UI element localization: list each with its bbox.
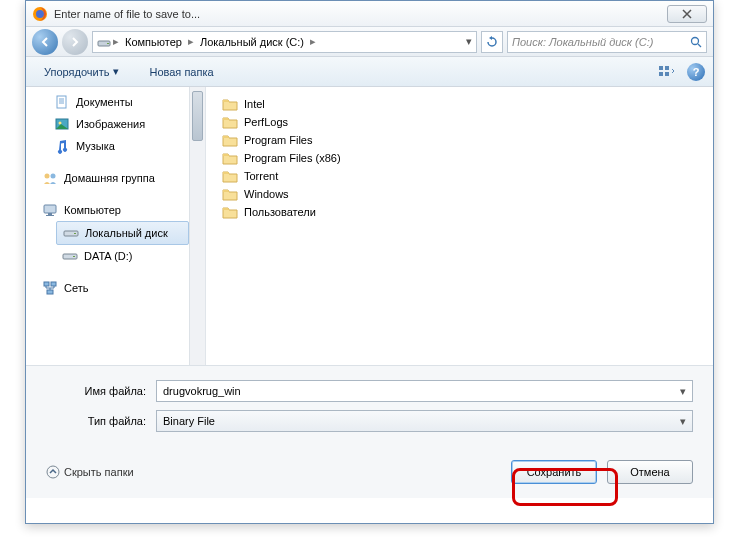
folder-icon bbox=[222, 97, 238, 111]
body: Документы Изображения Музыка Домашняя гр… bbox=[26, 87, 713, 365]
folder-icon bbox=[222, 133, 238, 147]
svg-line-5 bbox=[698, 44, 701, 47]
list-item[interactable]: Intel bbox=[222, 95, 697, 113]
footer: Скрыть папки Сохранить Отмена bbox=[26, 450, 713, 498]
filename-label: Имя файла: bbox=[46, 385, 156, 397]
refresh-button[interactable] bbox=[481, 31, 503, 53]
folder-icon bbox=[222, 151, 238, 165]
toolbar: Упорядочить ▾ Новая папка ? bbox=[26, 57, 713, 87]
chevron-up-icon bbox=[46, 465, 60, 479]
computer-icon bbox=[42, 202, 58, 218]
svg-rect-24 bbox=[73, 256, 75, 257]
new-folder-button[interactable]: Новая папка bbox=[139, 63, 223, 81]
search-input[interactable]: Поиск: Локальный диск (C:) bbox=[507, 31, 707, 53]
folder-icon bbox=[222, 169, 238, 183]
sidebar-item-pictures[interactable]: Изображения bbox=[26, 113, 205, 135]
documents-icon bbox=[54, 94, 70, 110]
folder-icon bbox=[222, 205, 238, 219]
svg-rect-10 bbox=[57, 96, 66, 108]
chevron-icon: ▸ bbox=[113, 35, 119, 48]
back-button[interactable] bbox=[32, 29, 58, 55]
folder-icon bbox=[222, 187, 238, 201]
list-item[interactable]: Windows bbox=[222, 185, 697, 203]
svg-rect-22 bbox=[74, 233, 76, 234]
sidebar-item-drive-c[interactable]: Локальный диск bbox=[56, 221, 189, 245]
dropdown-icon[interactable]: ▾ bbox=[466, 35, 472, 48]
save-button[interactable]: Сохранить bbox=[511, 460, 597, 484]
list-item[interactable]: Program Files bbox=[222, 131, 697, 149]
svg-rect-27 bbox=[47, 290, 53, 294]
sidebar-item-homegroup[interactable]: Домашняя группа bbox=[26, 167, 205, 189]
network-icon bbox=[42, 280, 58, 296]
list-item[interactable]: Torrent bbox=[222, 167, 697, 185]
sidebar-scrollbar[interactable] bbox=[189, 87, 205, 365]
sidebar-item-network[interactable]: Сеть bbox=[26, 277, 205, 299]
music-icon bbox=[54, 138, 70, 154]
drive-icon bbox=[62, 248, 78, 264]
list-item[interactable]: Program Files (x86) bbox=[222, 149, 697, 167]
search-placeholder: Поиск: Локальный диск (C:) bbox=[512, 36, 653, 48]
hide-folders-button[interactable]: Скрыть папки bbox=[46, 465, 134, 479]
svg-rect-19 bbox=[48, 213, 52, 215]
crumb-computer[interactable]: Компьютер bbox=[121, 36, 186, 48]
chevron-down-icon: ▾ bbox=[113, 65, 119, 78]
svg-rect-3 bbox=[107, 43, 109, 44]
homegroup-icon bbox=[42, 170, 58, 186]
pictures-icon bbox=[54, 116, 70, 132]
view-button[interactable] bbox=[657, 64, 677, 80]
svg-rect-6 bbox=[659, 66, 663, 70]
svg-point-4 bbox=[692, 37, 699, 44]
svg-rect-8 bbox=[659, 72, 663, 76]
svg-point-17 bbox=[51, 174, 56, 179]
drive-icon bbox=[97, 35, 111, 49]
forward-button[interactable] bbox=[62, 29, 88, 55]
cancel-button[interactable]: Отмена bbox=[607, 460, 693, 484]
filename-input[interactable]: drugvokrug_win ▾ bbox=[156, 380, 693, 402]
dropdown-icon[interactable]: ▾ bbox=[680, 415, 686, 428]
svg-rect-20 bbox=[46, 215, 54, 216]
sidebar: Документы Изображения Музыка Домашняя гр… bbox=[26, 87, 206, 365]
navbar: ▸ Компьютер ▸ Локальный диск (C:) ▸ ▾ По… bbox=[26, 27, 713, 57]
window-title: Enter name of file to save to... bbox=[54, 8, 667, 20]
save-dialog: Enter name of file to save to... ▸ Компь… bbox=[25, 0, 714, 524]
svg-point-1 bbox=[36, 10, 44, 18]
search-icon bbox=[690, 36, 702, 48]
close-button[interactable] bbox=[667, 5, 707, 23]
dropdown-icon[interactable]: ▾ bbox=[680, 385, 686, 398]
svg-rect-7 bbox=[665, 66, 669, 70]
organize-button[interactable]: Упорядочить ▾ bbox=[34, 62, 129, 81]
svg-point-16 bbox=[45, 174, 50, 179]
titlebar: Enter name of file to save to... bbox=[26, 1, 713, 27]
sidebar-item-documents[interactable]: Документы bbox=[26, 91, 205, 113]
help-button[interactable]: ? bbox=[687, 63, 705, 81]
svg-rect-9 bbox=[665, 72, 669, 76]
drive-icon bbox=[63, 225, 79, 241]
svg-rect-26 bbox=[51, 282, 56, 286]
chevron-icon: ▸ bbox=[188, 35, 194, 48]
list-item[interactable]: Пользователи bbox=[222, 203, 697, 221]
file-list: Intel PerfLogs Program Files Program Fil… bbox=[206, 87, 713, 365]
svg-rect-18 bbox=[44, 205, 56, 213]
firefox-icon bbox=[32, 6, 48, 22]
filetype-select[interactable]: Binary File ▾ bbox=[156, 410, 693, 432]
sidebar-item-music[interactable]: Музыка bbox=[26, 135, 205, 157]
svg-point-28 bbox=[47, 466, 59, 478]
chevron-icon: ▸ bbox=[310, 35, 316, 48]
svg-rect-25 bbox=[44, 282, 49, 286]
folder-icon bbox=[222, 115, 238, 129]
filetype-label: Тип файла: bbox=[46, 415, 156, 427]
sidebar-item-computer[interactable]: Компьютер bbox=[26, 199, 205, 221]
crumb-drive[interactable]: Локальный диск (C:) bbox=[196, 36, 308, 48]
form-area: Имя файла: drugvokrug_win ▾ Тип файла: B… bbox=[26, 365, 713, 450]
breadcrumb[interactable]: ▸ Компьютер ▸ Локальный диск (C:) ▸ ▾ bbox=[92, 31, 477, 53]
list-item[interactable]: PerfLogs bbox=[222, 113, 697, 131]
sidebar-item-drive-d[interactable]: DATA (D:) bbox=[26, 245, 205, 267]
scrollbar-thumb[interactable] bbox=[192, 91, 203, 141]
